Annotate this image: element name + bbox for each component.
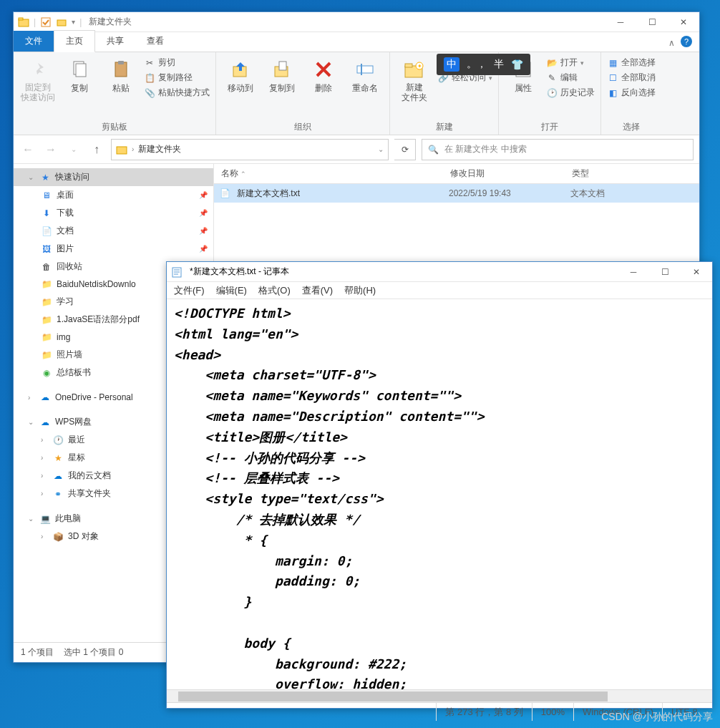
svg-rect-7 [118,61,124,64]
ime-punct: 。， [467,58,487,71]
watermark: CSDN @小孙的代码分享 [601,711,713,724]
address-bar[interactable]: › 新建文件夹 ⌄ [111,139,389,160]
chevron-down-icon[interactable]: ⌄ [378,145,384,153]
tab-file[interactable]: 文件 [14,31,54,52]
menu-view[interactable]: 查看(V) [302,284,333,297]
ime-lang: 中 [444,57,459,72]
chevron-right-icon[interactable]: › [132,145,134,153]
checkbox-icon[interactable] [40,16,52,28]
cut-button[interactable]: ✂剪切 [144,57,210,69]
explorer-titlebar: | ▾ | 新建文件夹 ─ ☐ ✕ [14,12,699,32]
menu-file[interactable]: 文件(F) [174,284,205,297]
status-position: 第 273 行，第 8 列 [436,703,531,721]
up-button[interactable]: ↑ [88,141,105,158]
tab-view[interactable]: 查看 [135,31,175,52]
edit-button[interactable]: ✎编辑 [546,72,595,84]
search-icon: 🔍 [428,145,439,155]
copy-button[interactable]: 复制 [61,55,98,120]
minimize-button[interactable]: ─ [605,12,636,32]
rename-button[interactable]: 重命名 [346,55,384,120]
back-button[interactable]: ← [19,141,37,158]
scrollbar-horizontal[interactable] [167,689,712,702]
pin-quickaccess-button[interactable]: 固定到 快速访问 [19,55,57,120]
search-input[interactable]: 🔍 在 新建文件夹 中搜索 [422,139,694,160]
paste-button[interactable]: 粘贴 [102,55,140,120]
menu-edit[interactable]: 编辑(E) [216,284,247,297]
sidebar-item-documents[interactable]: 📄文档📌 [14,222,213,240]
ribbon: 固定到 快速访问 复制 粘贴 ✂剪切 📋复制路径 📎粘贴快捷方式 剪贴板 移动到… [14,52,699,135]
ime-indicator[interactable]: 中 。， 半 👕 [437,54,530,75]
moveto-button[interactable]: 移动到 [222,55,259,120]
ime-width: 半 [494,58,504,71]
delete-button[interactable]: 删除 [305,55,342,120]
notepad-editor[interactable]: <!DOCTYPE html> <html lang="en"> <head> … [167,299,712,689]
forward-button[interactable]: → [42,141,59,158]
breadcrumb[interactable]: 新建文件夹 [138,143,181,155]
folder-small-icon[interactable] [56,16,67,28]
newfolder-button[interactable]: ✦新建 文件夹 [396,55,433,120]
sidebar-item-downloads[interactable]: ⬇下载📌 [14,204,213,222]
copyto-button[interactable]: 复制到 [263,55,301,120]
pasteshortcut-button[interactable]: 📎粘贴快捷方式 [144,87,210,99]
svg-rect-3 [57,20,66,26]
recent-dropdown[interactable]: ⌄ [65,141,82,158]
close-button[interactable]: ✕ [681,262,712,282]
invert-button[interactable]: ◧反向选择 [607,87,656,99]
notepad-title: *新建文本文档.txt - 记事本 [190,266,289,278]
maximize-button[interactable]: ☐ [636,12,668,32]
minimize-button[interactable]: ─ [618,262,649,282]
column-type[interactable]: 类型 [565,168,596,180]
svg-rect-5 [76,64,86,77]
column-modified[interactable]: 修改日期 [443,168,565,180]
tab-share[interactable]: 共享 [95,31,135,52]
svg-rect-2 [42,18,50,26]
svg-rect-1 [19,18,23,20]
collapse-ribbon-icon[interactable]: ∧ [668,38,675,48]
ribbon-tabs: 文件 主页 共享 查看 ∧ ? [14,32,699,52]
folder-icon [18,16,29,28]
refresh-button[interactable]: ⟳ [394,139,416,160]
window-title: 新建文件夹 [89,16,132,28]
notepad-icon [171,266,183,278]
svg-rect-11 [357,66,373,73]
maximize-button[interactable]: ☐ [649,262,681,282]
sidebar-item-desktop[interactable]: 🖥桌面📌 [14,186,213,204]
close-button[interactable]: ✕ [668,12,699,32]
svg-text:✦: ✦ [417,63,422,69]
textfile-icon: 📄 [220,188,231,198]
open-button[interactable]: 📂打开▾ [546,57,595,69]
selectall-button[interactable]: ▦全部选择 [607,57,656,69]
svg-rect-14 [405,64,412,67]
tab-home[interactable]: 主页 [54,30,95,52]
file-row[interactable]: 📄 新建文本文档.txt 2022/5/19 19:43 文本文档 [214,184,699,203]
svg-rect-10 [279,62,286,70]
svg-rect-18 [117,147,127,154]
folder-icon [116,144,127,155]
sidebar-item-quickaccess[interactable]: ⌄★快速访问 [14,168,213,186]
help-icon[interactable]: ? [681,36,692,47]
sidebar-item-pictures[interactable]: 🖼图片📌 [14,240,213,258]
notepad-menu: 文件(F) 编辑(E) 格式(O) 查看(V) 帮助(H) [167,282,712,299]
status-zoom: 100% [532,703,573,721]
selectnone-button[interactable]: ☐全部取消 [607,72,656,84]
copypath-button[interactable]: 📋复制路径 [144,72,210,84]
navbar: ← → ⌄ ↑ › 新建文件夹 ⌄ ⟳ 🔍 在 新建文件夹 中搜索 [14,135,699,164]
menu-format[interactable]: 格式(O) [258,284,291,297]
shirt-icon: 👕 [511,59,523,70]
column-name[interactable]: 名称 ⌃ [214,168,443,180]
history-button[interactable]: 🕑历史记录 [546,87,595,99]
notepad-window: *新建文本文档.txt - 记事本 ─ ☐ ✕ 文件(F) 编辑(E) 格式(O… [166,261,713,709]
menu-help[interactable]: 帮助(H) [344,284,376,297]
